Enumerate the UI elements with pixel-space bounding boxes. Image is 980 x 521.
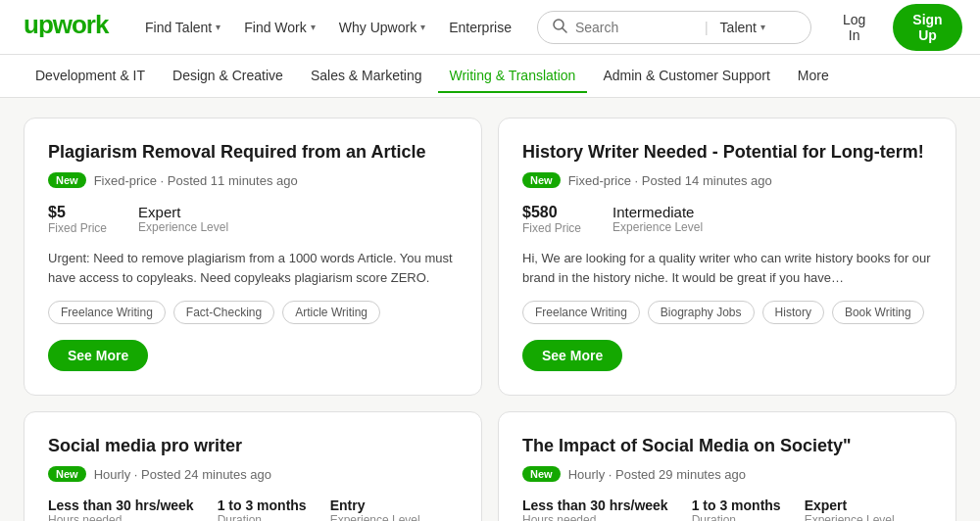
tag[interactable]: Article Writing [282,301,380,324]
login-button[interactable]: Log In [827,4,881,51]
stat-experience: Entry Experience Level [330,497,420,521]
job-card-2: History Writer Needed - Potential for Lo… [498,118,956,396]
subnav-design[interactable]: Design & Creative [161,60,295,93]
card-stats-row: Less than 30 hrs/week Hours needed 1 to … [48,497,458,521]
chevron-down-icon: ▾ [760,22,765,32]
price-label: Fixed Price [48,221,107,235]
stat-duration: 1 to 3 months Duration [218,497,307,521]
card-description: Hi, We are looking for a quality writer … [522,249,932,287]
stat-hours: Less than 30 hrs/week Hours needed [522,497,668,521]
main-content: Plagiarism Removal Required from an Arti… [0,98,980,521]
nav-enterprise[interactable]: Enterprise [439,12,521,43]
meta-text: Fixed-price · Posted 14 minutes ago [568,173,772,188]
card-description: Urgent: Need to remove plagiarism from a… [48,249,458,287]
card-stats-row: Less than 30 hrs/week Hours needed 1 to … [522,497,932,521]
subnav-writing[interactable]: Writing & Translation [438,60,588,93]
stat-hours-value: Less than 30 hrs/week [48,497,194,513]
chevron-down-icon: ▾ [216,22,220,32]
chevron-down-icon: ▾ [311,22,316,32]
nav-find-work[interactable]: Find Work ▾ [234,12,325,43]
tag[interactable]: Freelance Writing [48,301,166,324]
stat-duration-value: 1 to 3 months [218,497,307,513]
card-price-row: $5 Fixed Price Expert Experience Level [48,204,458,235]
job-card-4: The Impact of Social Media on Society" N… [498,411,956,521]
tag[interactable]: Book Writing [832,301,924,324]
card-tags: Freelance Writing Biography Jobs History… [522,301,932,324]
card-meta: New Fixed-price · Posted 14 minutes ago [522,172,932,188]
talent-dropdown[interactable]: Talent ▾ [720,20,765,35]
nav-find-talent[interactable]: Find Talent ▾ [135,12,230,43]
experience-level: Intermediate [612,204,703,220]
meta-text: Hourly · Posted 29 minutes ago [568,467,746,482]
subnav-sales[interactable]: Sales & Marketing [299,60,434,93]
signup-button[interactable]: Sign Up [893,4,961,51]
price-block: $5 Fixed Price [48,204,107,235]
tag[interactable]: Freelance Writing [522,301,640,324]
price-block: $580 Fixed Price [522,204,581,235]
card-title: Plagiarism Removal Required from an Arti… [48,142,458,163]
card-meta: New Hourly · Posted 29 minutes ago [522,466,932,482]
job-cards-grid: Plagiarism Removal Required from an Arti… [24,118,956,521]
card-price-row: $580 Fixed Price Intermediate Experience… [522,204,932,235]
tag[interactable]: Biography Jobs [648,301,755,324]
svg-text:upwork: upwork [24,10,110,37]
job-card-1: Plagiarism Removal Required from an Arti… [24,118,482,396]
badge-new: New [522,172,561,188]
stat-duration-label: Duration [218,513,307,521]
chevron-down-icon: ▾ [420,22,425,32]
tag[interactable]: Fact-Checking [173,301,274,324]
experience-block: Expert Experience Level [138,204,228,234]
card-tags: Freelance Writing Fact-Checking Article … [48,301,458,324]
card-title: The Impact of Social Media on Society" [522,436,932,456]
card-title: Social media pro writer [48,436,458,456]
card-title: History Writer Needed - Potential for Lo… [522,142,932,163]
see-more-button[interactable]: See More [48,340,148,371]
search-bar[interactable]: | Talent ▾ [537,11,811,44]
stat-duration: 1 to 3 months Duration [692,497,781,521]
nav-why-upwork[interactable]: Why Upwork ▾ [329,12,435,43]
stat-experience-label: Experience Level [805,513,895,521]
search-input[interactable] [575,20,693,35]
search-icon [552,18,567,37]
subnav-development[interactable]: Development & IT [24,60,157,93]
meta-text: Fixed-price · Posted 11 minutes ago [94,173,298,188]
badge-new: New [522,466,561,482]
stat-duration-label: Duration [692,513,781,521]
subnav-admin[interactable]: Admin & Customer Support [591,60,781,93]
experience-block: Intermediate Experience Level [612,204,703,234]
experience-level: Expert [138,204,228,220]
card-meta: New Hourly · Posted 24 minutes ago [48,466,458,482]
experience-label: Experience Level [612,220,703,234]
stat-experience: Expert Experience Level [805,497,895,521]
stat-experience-label: Experience Level [330,513,420,521]
search-divider: | [705,20,709,35]
badge-new: New [48,466,86,482]
stat-hours-value: Less than 30 hrs/week [522,497,668,513]
price-label: Fixed Price [522,221,581,235]
tag[interactable]: History [762,301,824,324]
stat-hours-label: Hours needed [522,513,668,521]
stat-duration-value: 1 to 3 months [692,497,781,513]
sub-nav: Development & IT Design & Creative Sales… [0,55,980,98]
logo[interactable]: upwork [24,10,112,44]
stat-hours-label: Hours needed [48,513,194,521]
header-actions: Log In Sign Up [827,4,962,51]
price-amount: $5 [48,204,107,221]
header: upwork Find Talent ▾ Find Work ▾ Why Upw… [0,0,980,55]
stat-experience-value: Entry [330,497,420,513]
experience-label: Experience Level [138,220,228,234]
see-more-button[interactable]: See More [522,340,622,371]
stat-experience-value: Expert [805,497,895,513]
stat-hours: Less than 30 hrs/week Hours needed [48,497,194,521]
svg-line-2 [563,28,566,32]
job-card-3: Social media pro writer New Hourly · Pos… [24,411,482,521]
main-nav: Find Talent ▾ Find Work ▾ Why Upwork ▾ E… [135,12,521,43]
price-amount: $580 [522,204,581,221]
meta-text: Hourly · Posted 24 minutes ago [94,467,271,482]
badge-new: New [48,172,86,188]
card-meta: New Fixed-price · Posted 11 minutes ago [48,172,458,188]
subnav-more[interactable]: More [786,60,841,93]
